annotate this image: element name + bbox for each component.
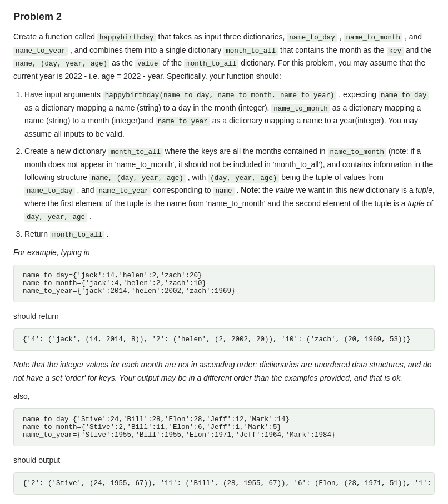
- code-name-to-month-3: name_to_month: [328, 148, 387, 157]
- code-block-2: {'4': ('jack', (14, 2014, 8)), '2': ('he…: [13, 328, 435, 351]
- step-1: Have input arguments happybirthday(name_…: [24, 88, 435, 141]
- code-name-to-year-3: name_to_year: [96, 187, 151, 196]
- code-block-1: name_to_day={'jack':14,'helen':2,'zach':…: [13, 265, 435, 302]
- code-structure: name, (day, year, age): [89, 174, 186, 183]
- code-name-to-day-2: name_to_day: [379, 91, 429, 100]
- code-month-to-all-3: month_to_all: [108, 148, 163, 157]
- code-name-to-day-3: name_to_day: [24, 187, 75, 196]
- step-3: Return month_to_all .: [24, 228, 435, 241]
- example-label: For example, typing in: [13, 246, 435, 259]
- code-key: key: [387, 47, 404, 56]
- also-label: also,: [13, 390, 435, 403]
- step-2: Create a new dictionary month_to_all whe…: [24, 145, 435, 223]
- code-month-to-all-2: month_to_all: [184, 59, 238, 68]
- tuple-italic: tuple: [416, 186, 432, 194]
- code-name-to-month-2: name_to_month: [271, 104, 330, 113]
- code-name-to-day: name_to_day: [287, 33, 337, 42]
- code-month-to-all-return: month_to_all: [50, 231, 104, 239]
- code-func-sig: happybirthday(name_to_day, name_to_month…: [103, 91, 337, 100]
- intro-paragraph: Create a function called happybirthday t…: [13, 31, 435, 83]
- should-output-label: should output: [13, 454, 435, 467]
- value-italic: value: [275, 186, 293, 194]
- code-name-to-month: name_to_month: [344, 33, 403, 42]
- code-name-to-year-inline: name_to_year: [13, 47, 68, 56]
- steps-list: Have input arguments happybirthday(name_…: [24, 88, 435, 241]
- code-happybirthday: happybirthday: [97, 33, 156, 42]
- code-block-3: name_to_day={'Stive':24,'Bill':28,'Elon'…: [13, 408, 435, 446]
- note-bold: Note: [241, 186, 258, 194]
- code-name: name: [213, 187, 235, 196]
- should-return-label: should return: [13, 310, 435, 323]
- note-paragraph: Note that the integer values for each mo…: [13, 358, 435, 384]
- code-name-day-year-age: name, (day, year, age): [13, 59, 109, 68]
- tuple-italic-2: tuple: [407, 199, 424, 208]
- code-name-to-year-2: name_to_year: [156, 117, 210, 126]
- page-title: Problem 2: [13, 11, 435, 23]
- code-block-4: {'2': ('Stive', (24, 1955, 67)), '11': (…: [13, 472, 435, 495]
- code-day-year-age: day, year, age: [24, 213, 87, 222]
- code-value-1: value: [135, 59, 161, 68]
- code-month-to-all-1: month_to_all: [223, 47, 278, 56]
- code-tuple: (day, year, age): [208, 174, 279, 183]
